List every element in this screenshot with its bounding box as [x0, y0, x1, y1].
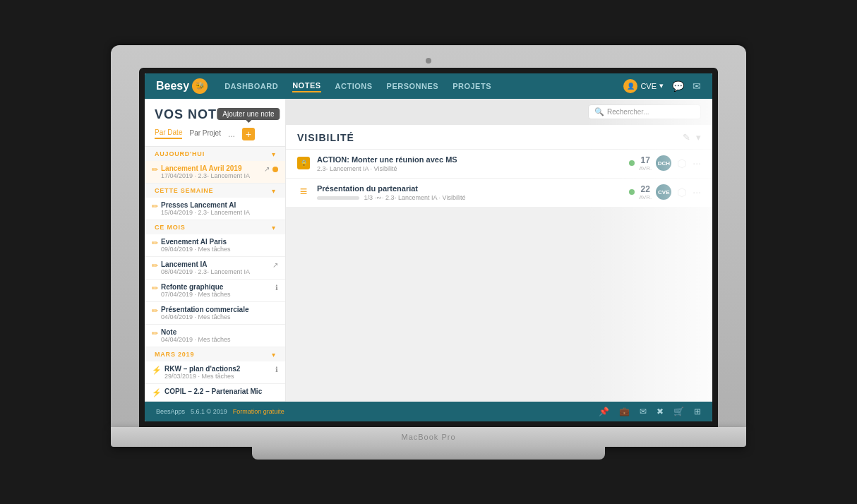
note-icon: ⚡	[152, 388, 162, 397]
search-icon: 🔍	[594, 107, 604, 116]
note-icon: ✏	[152, 165, 158, 174]
nav-personnes[interactable]: PERSONNES	[387, 80, 439, 92]
assignee-avatar: CVE	[656, 184, 671, 200]
tab-par-date[interactable]: Par Date	[155, 128, 182, 139]
note-icon: ⚡	[152, 366, 162, 375]
date-day: 22	[639, 184, 652, 194]
nav-actions[interactable]: ACTIONS	[335, 80, 373, 92]
action-date: 22 AVR.	[639, 184, 652, 201]
envelope-icon[interactable]: ✉	[640, 407, 647, 416]
note-item[interactable]: ✏ Note 04/04/2019 · Mes tâches	[145, 325, 285, 347]
action-content: Présentation du partenariat 1/3 ·∾· 2.3-…	[317, 184, 622, 201]
note-panel: VISIBILITÉ ✎ ▾ 🔒	[286, 125, 712, 208]
screen-bezel: Beesy 🐝 DASHBOARD NOTES ACTIONS PERSONNE…	[139, 68, 718, 427]
add-note-tooltip: Ajouter une note	[217, 108, 280, 120]
note-content: RKW – plan d'actions2 29/03/2019 · Mes t…	[164, 365, 272, 380]
nav-dashboard[interactable]: DASHBOARD	[224, 80, 278, 92]
note-meta: 04/04/2019 · Mes tâches	[161, 336, 278, 343]
chat-icon[interactable]: 💬	[672, 80, 684, 92]
search-input[interactable]	[607, 108, 695, 116]
note-panel-header: VISIBILITÉ ✎ ▾	[286, 125, 712, 150]
note-content: Refonte graphique 07/04/2019 · Mes tâche…	[161, 283, 272, 298]
mail-icon[interactable]: ✉	[693, 80, 701, 92]
section-title-ce-mois: CE MOIS	[155, 224, 186, 231]
logo-icon: 🐝	[192, 78, 208, 94]
briefcase-icon[interactable]: 💼	[619, 407, 630, 416]
strikethrough-icon: ≡	[297, 186, 310, 198]
action-sub: 1/3 ·∾· 2.3- Lancement IA · Visibilité	[317, 194, 622, 201]
chevron-mars-2019: ▾	[272, 351, 275, 359]
search-bar: 🔍	[286, 99, 712, 125]
add-note-button[interactable]: +	[242, 128, 255, 140]
hexagon-icon: ⬡	[676, 186, 688, 198]
note-title: RKW – plan d'actions2	[164, 365, 272, 373]
pin-icon[interactable]: 📌	[599, 407, 609, 416]
note-title: Evenement AI Paris	[161, 238, 278, 246]
camera-bar	[139, 58, 718, 68]
note-icon: ✏	[152, 261, 158, 270]
note-item[interactable]: ✏ Refonte graphique 07/04/2019 · Mes tâc…	[145, 280, 285, 302]
chevron-aujourd-hui: ▾	[272, 150, 275, 158]
share-icon: ↗	[272, 261, 278, 269]
note-icon: ✏	[152, 284, 158, 293]
edit-icon[interactable]: ✎	[683, 132, 690, 143]
nav-right: 👤 CVE ▾ 💬 ✉	[623, 79, 701, 93]
note-icon: ✏	[152, 202, 158, 211]
nav-logo: Beesy 🐝	[156, 78, 208, 94]
action-date: 17 AVR.	[639, 155, 652, 172]
chevron-ce-mois: ▾	[272, 224, 275, 232]
note-panel-actions: ✎ ▾	[683, 132, 701, 143]
action-item[interactable]: ≡ Présentation du partenariat 1/3 ·∾· 2.…	[286, 179, 712, 208]
tab-par-projet[interactable]: Par Projet	[189, 129, 220, 138]
grid-icon[interactable]: ⊞	[694, 407, 701, 416]
lock-icon: 🔒	[297, 157, 310, 169]
logo-text: Beesy	[156, 80, 189, 92]
action-item[interactable]: 🔒 ACTION: Monter une réunion avec MS 2.3…	[286, 150, 712, 179]
bottombar-right: 📌 💼 ✉ ✖ 🛒 ⊞	[599, 407, 701, 416]
laptop-brand: MacBook Pro	[401, 433, 455, 441]
note-item[interactable]: ⚡ RKW – plan d'actions2 29/03/2019 · Mes…	[145, 361, 285, 384]
note-content: Presses Lancement AI 15/04/2019 · 2.3- L…	[161, 201, 278, 216]
bottom-cta[interactable]: Formation gratuite	[233, 408, 284, 415]
section-header-mars-2019[interactable]: MARS 2019 ▾	[145, 347, 285, 361]
note-content: Présentation commerciale 04/04/2019 · Me…	[161, 306, 278, 320]
info-icon: ℹ	[275, 366, 278, 373]
note-item[interactable]: ⚡ COPIL – 2.2 – Partenariat Mic	[145, 384, 285, 402]
tab-more[interactable]: ...	[228, 129, 235, 139]
expand-icon[interactable]: ▾	[696, 132, 701, 143]
user-name: CVE	[640, 82, 657, 90]
more-icon[interactable]: ···	[693, 186, 701, 198]
note-icon: ✏	[152, 329, 158, 338]
progress-bar	[317, 196, 359, 200]
note-item[interactable]: ✏ Lancement IA 08/04/2019 · 2.3- Lanceme…	[145, 257, 285, 280]
note-item[interactable]: ✏ Presses Lancement AI 15/04/2019 · 2.3-…	[145, 198, 285, 220]
main-content: 🔍 VISIBILITÉ ✎ ▾	[286, 99, 712, 402]
nav-notes[interactable]: NOTES	[292, 80, 320, 92]
nav-projets[interactable]: PROJETS	[453, 80, 491, 92]
status-dot	[629, 160, 635, 166]
note-item[interactable]: ✏ Evenement AI Paris 09/04/2019 · Mes tâ…	[145, 234, 285, 257]
section-title-mars-2019: MARS 2019	[155, 351, 194, 358]
note-meta: 08/04/2019 · 2.3- Lancement IA	[161, 268, 270, 275]
note-item[interactable]: ✏ Lancement IA Avril 2019 17/04/2019 · 2…	[145, 161, 285, 184]
bottom-brand: BeesApps	[156, 408, 185, 415]
more-icon[interactable]: ···	[693, 157, 701, 169]
circle-x-icon[interactable]: ✖	[657, 407, 664, 416]
section-title-aujourd-hui: AUJOURD'HUI	[155, 150, 205, 157]
share-icon: ↗	[264, 165, 270, 173]
action-sub-text: 1/3 ·∾· 2.3- Lancement IA · Visibilité	[364, 194, 466, 201]
section-header-aujourd-hui[interactable]: AUJOURD'HUI ▾	[145, 147, 285, 161]
laptop-bottom: MacBook Pro	[111, 427, 746, 447]
note-badge	[272, 167, 278, 172]
camera	[426, 58, 431, 64]
note-item[interactable]: ✏ Présentation commerciale 04/04/2019 · …	[145, 302, 285, 325]
cart-icon[interactable]: 🛒	[673, 407, 684, 416]
section-header-cette-semaine[interactable]: CETTE SEMAINE ▾	[145, 184, 285, 198]
nav-user[interactable]: 👤 CVE ▾	[623, 79, 664, 93]
trackpad	[252, 447, 605, 460]
user-avatar: 👤	[623, 79, 637, 93]
user-caret: ▾	[659, 81, 664, 90]
section-header-ce-mois[interactable]: CE MOIS ▾	[145, 220, 285, 234]
action-content: ACTION: Monter une réunion avec MS 2.3- …	[317, 155, 622, 172]
sidebar: VOS NOTES Par Date Par Projet ... + Ajou…	[145, 99, 286, 402]
